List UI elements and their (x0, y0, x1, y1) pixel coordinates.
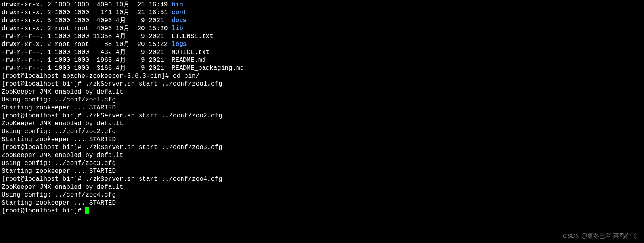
shell-prompt: [root@localhost bin]# (2, 207, 85, 214)
cursor (85, 207, 89, 214)
shell-prompt: [root@localhost bin]# (2, 144, 85, 151)
terminal-output: Using config: ../conf/zoo1.cfg (2, 96, 116, 103)
dir-name: bin (172, 1, 183, 8)
terminal-output: Using config: ../conf/zoo4.cfg (2, 191, 116, 199)
directory-listing: drwxr-xr-x. 2 1000 1000 4096 10月 21 16:4… (2, 1, 642, 72)
dir-name: docs (172, 17, 187, 24)
listing-row: drwxr-xr-x. 2 1000 1000 141 10月 21 16:51… (2, 9, 642, 17)
file-name: NOTICE.txt (172, 49, 210, 56)
watermark: CSDN @凛冬已至-菜鸟在飞 (563, 232, 637, 240)
shell-command: ./zkServer.sh start ../conf/zoo3.cfg (85, 144, 222, 151)
listing-row: -rw-r--r--. 1 1000 1000 432 4月 9 2021 NO… (2, 48, 642, 56)
listing-row: -rw-r--r--. 1 1000 1000 11358 4月 9 2021 … (2, 33, 642, 40)
dir-name: lib (172, 25, 183, 32)
shell-command: ./zkServer.sh start ../conf/zoo4.cfg (85, 176, 222, 183)
file-name: README_packaging.md (172, 65, 244, 72)
shell-prompt: [root@localhost bin]# (2, 112, 85, 119)
dir-name: logs (172, 41, 187, 48)
terminal-output: Starting zookeeper ... STARTED (2, 199, 116, 207)
terminal-output: Using config: ../conf/zoo3.cfg (2, 160, 116, 167)
terminal[interactable]: drwxr-xr-x. 2 1000 1000 4096 10月 21 16:4… (0, 0, 644, 216)
dir-name: conf (172, 9, 187, 16)
shell-prompt: [root@localhost bin]# (2, 80, 85, 88)
shell-prompt: [root@localhost apache-zookeeper-3.6.3-b… (2, 73, 173, 80)
terminal-output: Starting zookeeper ... STARTED (2, 136, 116, 143)
terminal-output: ZooKeeper JMX enabled by default (2, 120, 123, 127)
terminal-output: ZooKeeper JMX enabled by default (2, 184, 123, 191)
terminal-output: Using config: ../conf/zoo2.cfg (2, 128, 116, 135)
terminal-output: Starting zookeeper ... STARTED (2, 104, 116, 111)
listing-row: drwxr-xr-x. 2 root root 88 10月 20 15:22 … (2, 40, 642, 48)
listing-row: -rw-r--r--. 1 1000 1000 1963 4月 9 2021 R… (2, 56, 642, 64)
listing-row: drwxr-xr-x. 2 root root 4096 10月 20 15:2… (2, 25, 642, 33)
listing-row: drwxr-xr-x. 2 1000 1000 4096 10月 21 16:4… (2, 1, 642, 9)
shell-command: ./zkServer.sh start ../conf/zoo2.cfg (85, 112, 222, 119)
shell-command: cd bin/ (173, 73, 199, 80)
file-name: LICENSE.txt (172, 33, 214, 40)
terminal-output: Starting zookeeper ... STARTED (2, 168, 116, 175)
shell-prompt: [root@localhost bin]# (2, 176, 85, 183)
terminal-output: ZooKeeper JMX enabled by default (2, 152, 123, 159)
terminal-output: ZooKeeper JMX enabled by default (2, 88, 123, 96)
listing-row: -rw-r--r--. 1 1000 1000 3166 4月 9 2021 R… (2, 64, 642, 72)
listing-row: drwxr-xr-x. 5 1000 1000 4096 4月 9 2021 d… (2, 17, 642, 25)
file-name: README.md (172, 57, 206, 64)
shell-command: ./zkServer.sh start ../conf/zoo1.cfg (85, 80, 222, 88)
